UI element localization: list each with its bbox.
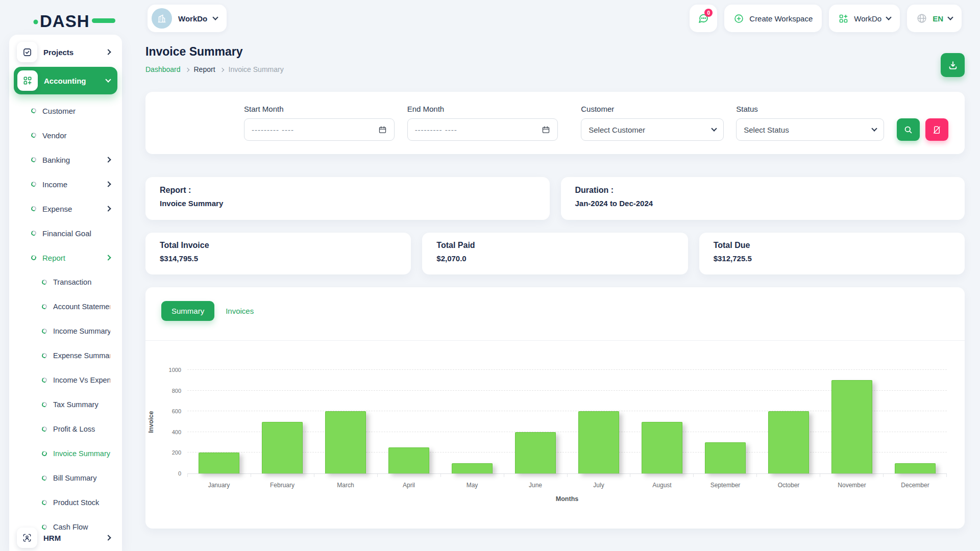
status-select[interactable]: Select Status xyxy=(736,118,884,141)
bar-january[interactable] xyxy=(199,453,239,473)
bar-december[interactable] xyxy=(895,463,935,473)
tab-invoices[interactable]: Invoices xyxy=(219,301,260,321)
chart-y-axis-title: Invoice xyxy=(148,411,155,433)
y-tick-label: 800 xyxy=(161,388,181,394)
x-tick-label: December xyxy=(884,482,947,489)
report-value: Invoice Summary xyxy=(160,199,535,208)
search-button[interactable] xyxy=(897,118,920,141)
sidebar-item-hrm[interactable]: HRM xyxy=(14,525,117,550)
sidebar-item-accounting[interactable]: Accounting xyxy=(14,67,117,94)
x-tick-mark xyxy=(884,474,947,477)
create-workspace-label: Create Workspace xyxy=(749,14,813,23)
bar-june[interactable] xyxy=(515,432,555,473)
end-month-label: End Month xyxy=(407,105,558,113)
messages-badge: 0 xyxy=(704,9,713,17)
sidebar-item-income-vs-expense[interactable]: Income Vs Expense xyxy=(14,368,117,392)
filter-panel: Start Month --------- ---- End Month ---… xyxy=(145,92,965,154)
bullet-icon xyxy=(41,279,47,285)
sidebar-item-expense[interactable]: Expense xyxy=(14,196,117,221)
breadcrumb-report[interactable]: Report xyxy=(194,65,215,73)
x-tick-label: August xyxy=(630,482,694,489)
bullet-icon xyxy=(41,402,47,408)
start-month-input[interactable]: --------- ---- xyxy=(244,118,395,141)
messages-button[interactable]: 0 xyxy=(690,5,717,32)
sidebar-item-banking[interactable]: Banking xyxy=(14,147,117,172)
bar-slot xyxy=(567,370,630,473)
chevron-right-icon xyxy=(185,67,189,71)
sidebar-item-bill-summary[interactable]: Bill Summary xyxy=(14,466,117,490)
language-selector[interactable]: EN xyxy=(907,5,962,32)
sidebar-item-product-stock[interactable]: Product Stock xyxy=(14,490,117,515)
sidebar-item-income[interactable]: Income xyxy=(14,172,117,196)
report-label: Report : xyxy=(160,186,535,195)
sidebar-item-report[interactable]: Report xyxy=(14,245,117,270)
sidebar-item-projects[interactable]: Projects xyxy=(14,40,117,64)
x-tick-label: May xyxy=(440,482,504,489)
reset-filter-button[interactable] xyxy=(925,118,948,141)
bar-slot xyxy=(314,370,377,473)
x-tick-mark xyxy=(694,474,757,477)
x-tick-label: October xyxy=(757,482,820,489)
chevron-right-icon xyxy=(105,535,111,540)
bar-july[interactable] xyxy=(578,411,619,473)
user-focus-icon xyxy=(17,528,37,548)
sidebar-item-income-summary[interactable]: Income Summary xyxy=(14,319,117,343)
bar-august[interactable] xyxy=(642,422,682,474)
sidebar-item-transaction[interactable]: Transaction xyxy=(14,270,117,294)
sidebar-item-label: Vendor xyxy=(42,131,110,140)
x-tick-label: September xyxy=(694,482,757,489)
x-tick-mark xyxy=(314,474,378,477)
workspace-menu-button[interactable]: WorkDo xyxy=(829,5,900,32)
bullet-icon xyxy=(41,353,47,359)
building-icon xyxy=(156,13,167,24)
download-button[interactable] xyxy=(941,53,965,77)
bar-october[interactable] xyxy=(768,411,808,473)
bar-march[interactable] xyxy=(325,411,365,473)
sidebar-item-tax-summary[interactable]: Tax Summary xyxy=(14,392,117,417)
sidebar-item-label: Projects xyxy=(43,48,100,57)
bar-slot xyxy=(377,370,440,473)
sidebar: Projects Accounting CustomerVendorBankin… xyxy=(9,35,122,551)
logo-text: DASH xyxy=(40,12,90,31)
sidebar-item-vendor[interactable]: Vendor xyxy=(14,123,117,147)
create-workspace-button[interactable]: Create Workspace xyxy=(724,5,822,32)
tabs-divider xyxy=(145,340,965,341)
y-tick-label: 200 xyxy=(161,449,181,456)
sidebar-item-invoice-summary[interactable]: Invoice Summary xyxy=(14,441,117,466)
total-invoice-value: $314,795.5 xyxy=(160,254,397,263)
sidebar-item-profit-loss[interactable]: Profit & Loss xyxy=(14,417,117,441)
sidebar-item-financial-goal[interactable]: Financial Goal xyxy=(14,221,117,245)
report-info-card: Report : Invoice Summary xyxy=(145,177,550,220)
workspace-switcher[interactable]: WorkDo xyxy=(148,5,227,32)
bar-may[interactable] xyxy=(452,463,492,473)
total-paid-label: Total Paid xyxy=(436,241,673,250)
customer-select[interactable]: Select Customer xyxy=(581,118,724,141)
sidebar-item-customer[interactable]: Customer xyxy=(14,98,117,123)
sidebar-item-account-statement[interactable]: Account Statement xyxy=(14,294,117,319)
bar-april[interactable] xyxy=(388,447,429,473)
sidebar-item-expense-summary[interactable]: Expense Summary xyxy=(14,343,117,368)
app-logo[interactable]: DASH xyxy=(33,9,125,32)
chart-bars xyxy=(187,370,947,473)
chevron-down-icon xyxy=(712,126,717,131)
sidebar-item-label: Report xyxy=(42,254,100,262)
breadcrumb-dashboard[interactable]: Dashboard xyxy=(145,65,181,73)
bar-september[interactable] xyxy=(705,442,745,473)
tab-summary[interactable]: Summary xyxy=(161,301,214,321)
bar-slot xyxy=(694,370,757,473)
page-title: Invoice Summary xyxy=(145,45,965,59)
bar-november[interactable] xyxy=(831,380,872,473)
sidebar-item-label: Accounting xyxy=(44,77,100,85)
sidebar-item-label: Income Vs Expense xyxy=(53,376,110,384)
bar-february[interactable] xyxy=(262,422,302,474)
sidebar-item-label: Income xyxy=(42,180,100,189)
bullet-icon xyxy=(41,499,47,506)
chevron-right-icon xyxy=(105,206,111,211)
chevron-right-icon xyxy=(105,181,111,187)
chevron-right-icon xyxy=(105,49,111,55)
bar-slot xyxy=(187,370,251,473)
x-tick-label: July xyxy=(567,482,630,489)
end-month-input[interactable]: --------- ---- xyxy=(407,118,558,141)
bullet-icon xyxy=(41,328,47,334)
workspace-menu-label: WorkDo xyxy=(854,14,881,23)
